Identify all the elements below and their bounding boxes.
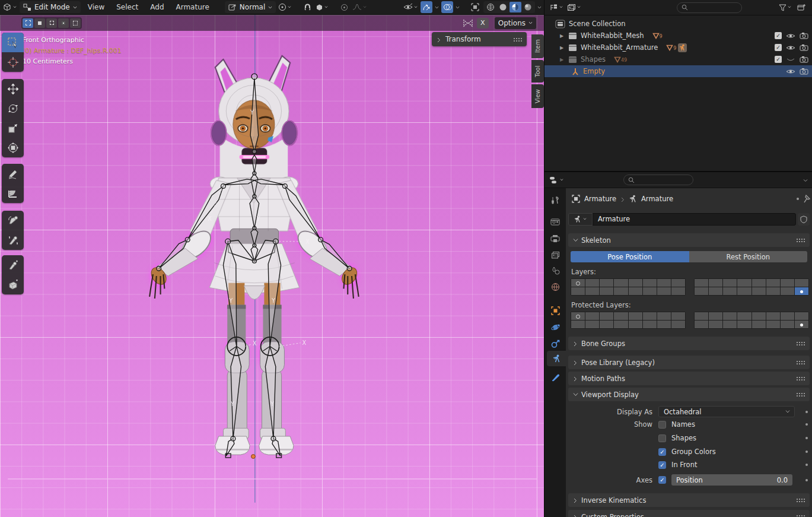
armature-layer-cell[interactable] [766, 279, 780, 287]
overlays-icon[interactable] [441, 1, 453, 13]
armature-layer-cell[interactable] [571, 321, 585, 328]
camera-visibility-icon[interactable] [800, 68, 808, 75]
armature-layer-cell[interactable] [723, 312, 737, 320]
armature-layer-cell[interactable] [695, 321, 708, 328]
armature-layer-cell[interactable] [600, 287, 613, 295]
rest-position-button[interactable]: Rest Position [689, 251, 808, 262]
armature-layer-cell[interactable] [795, 279, 808, 287]
armature-layer-cell[interactable] [752, 279, 766, 287]
armature-layer-cell[interactable] [752, 287, 766, 295]
tool-rotate[interactable] [2, 99, 24, 118]
armature-layer-cell[interactable] [614, 279, 628, 287]
armature-layer-cell[interactable] [766, 321, 780, 328]
armature-layer-cell[interactable] [781, 279, 794, 287]
pose-position-button[interactable]: Pose Position [571, 251, 689, 262]
armature-layer-cell[interactable] [695, 312, 708, 320]
outliner-row-empty[interactable]: Empty [544, 65, 812, 77]
tool-scale[interactable] [2, 118, 24, 138]
armature-layer-cell[interactable] [781, 321, 794, 328]
armature-layer-cell[interactable] [737, 287, 751, 295]
panel-drag-dots[interactable] [513, 37, 522, 42]
armature-layer-cell[interactable] [571, 312, 585, 320]
tool-measure[interactable] [2, 183, 24, 203]
breadcrumb-data[interactable]: Armature [641, 195, 673, 203]
armature-layer-cell[interactable] [671, 287, 685, 295]
armature-layer-cell[interactable] [671, 279, 685, 287]
tool-annotate[interactable] [2, 164, 24, 183]
panel-drag-dots[interactable] [796, 238, 805, 242]
armature-layer-cell[interactable] [643, 321, 657, 328]
armature-layer-cell[interactable] [657, 321, 671, 328]
outliner-row-scene-collection[interactable]: Scene Collection [544, 18, 812, 30]
transform-panel-header[interactable]: Transform [432, 32, 527, 46]
tab-render[interactable] [544, 214, 566, 230]
menu-view[interactable]: View [83, 2, 109, 12]
armature-layer-cell[interactable] [723, 321, 737, 328]
armature-layer-cell[interactable] [671, 312, 685, 320]
armature-layer-cell[interactable] [723, 287, 737, 295]
menu-add[interactable]: Add [145, 2, 168, 12]
select-mode-set[interactable] [23, 18, 33, 28]
tool-bone-extrude[interactable] [2, 255, 24, 275]
pivot-point-icon[interactable] [278, 1, 292, 13]
armature-layer-cell[interactable] [766, 312, 780, 320]
tab-output[interactable] [544, 231, 566, 246]
armature-layer-cell[interactable] [657, 279, 671, 287]
show-object-types-icon[interactable] [403, 1, 418, 13]
armature-layer-cell[interactable] [752, 312, 766, 320]
armature-layer-cell[interactable] [766, 287, 780, 295]
collection-checkbox[interactable]: ✓ [775, 44, 782, 51]
hide-eye-closed-icon[interactable] [786, 56, 795, 63]
axes-position-slider[interactable]: Position 0.0 [671, 474, 792, 486]
armature-layer-cell[interactable] [614, 287, 628, 295]
display-as-dropdown[interactable]: Octahedral [658, 406, 795, 417]
shapes-checkbox[interactable] [658, 434, 666, 442]
armature-layer-cell[interactable] [781, 287, 794, 295]
tool-bone-roll[interactable] [2, 211, 24, 230]
pose-library-panel-header[interactable]: Pose Library (Legacy) [568, 356, 810, 369]
armature-name-input[interactable]: Armature [593, 213, 796, 226]
armature-layer-cell[interactable] [643, 287, 657, 295]
armature-layer-cell[interactable] [709, 321, 722, 328]
tab-object[interactable] [544, 303, 566, 318]
armature-layer-cell[interactable] [709, 312, 722, 320]
armature-layer-cell[interactable] [585, 321, 599, 328]
mode-dropdown[interactable]: Edit Mode [20, 1, 81, 13]
expand-arrow[interactable]: ▶ [559, 33, 565, 39]
shading-rendered-icon[interactable] [522, 2, 534, 12]
armature-layer-cell[interactable] [737, 312, 751, 320]
editor-type-3d-viewport-icon[interactable] [2, 1, 17, 13]
armature-layer-cell[interactable] [643, 312, 657, 320]
tab-constraints[interactable] [544, 336, 566, 351]
armature-layer-cell[interactable] [600, 321, 613, 328]
menu-select[interactable]: Select [112, 2, 143, 12]
motion-paths-panel-header[interactable]: Motion Paths [568, 372, 810, 385]
armature-id-dropdown[interactable] [568, 213, 593, 226]
armature-layer-cell[interactable] [629, 287, 642, 295]
tool-select-box[interactable] [2, 33, 24, 52]
camera-visibility-icon[interactable] [800, 56, 808, 63]
armature-layer-cell[interactable] [709, 287, 722, 295]
camera-visibility-icon[interactable] [800, 44, 808, 51]
armature-layer-cell[interactable] [781, 312, 794, 320]
tab-scene[interactable] [544, 263, 566, 278]
expand-arrow[interactable]: ▶ [559, 57, 565, 62]
breadcrumb-object[interactable]: Armature [584, 195, 616, 203]
collection-checkbox[interactable]: ✓ [775, 32, 782, 39]
armature-layer-cell[interactable] [629, 321, 642, 328]
armature-layer-cell[interactable] [752, 321, 766, 328]
armature-layer-cell[interactable] [571, 287, 585, 295]
armature-layer-cell[interactable] [795, 287, 808, 295]
armature-layer-cell[interactable] [695, 279, 708, 287]
armature-layer-cell[interactable] [614, 321, 628, 328]
tool-bone-relax[interactable] [2, 230, 24, 250]
orientation-dropdown[interactable]: Normal [225, 1, 276, 13]
collection-checkbox[interactable]: ✓ [775, 56, 782, 63]
outliner-row-whiterabbit-mesh[interactable]: ▶ WhiteRabbit_Mesh 9 ✓ [544, 30, 812, 42]
armature-layer-cell[interactable] [643, 279, 657, 287]
armature-layer-cell[interactable] [737, 321, 751, 328]
armature-layer-cell[interactable] [695, 287, 708, 295]
armature-layer-cell[interactable] [614, 312, 628, 320]
tool-extrude-region[interactable] [2, 275, 24, 294]
snap-target-icon[interactable] [316, 1, 329, 13]
